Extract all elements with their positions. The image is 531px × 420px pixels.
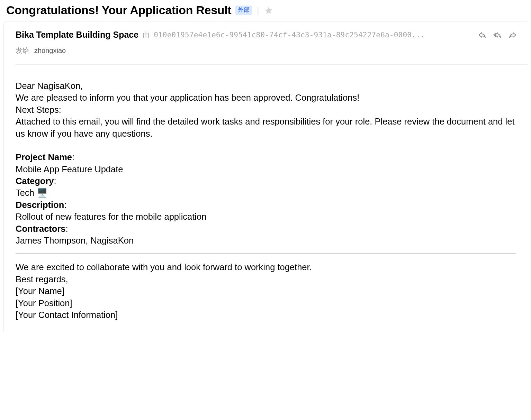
email-card: Bika Template Building Space 由 010e01957…	[3, 21, 528, 331]
external-tag: 外部	[235, 6, 252, 15]
body-divider	[16, 253, 516, 254]
signature-block: Best regards, [Your Name] [Your Position…	[16, 273, 516, 321]
sig-name: [Your Name]	[16, 285, 516, 297]
message-actions	[478, 31, 517, 39]
intro-block: We are pleased to inform you that your a…	[16, 92, 516, 139]
intro-line-2: Next Steps:	[16, 104, 516, 116]
greeting: Dear NagisaKon,	[16, 80, 516, 92]
separator: |	[256, 6, 260, 15]
closing-line: We are excited to collaborate with you a…	[16, 261, 516, 273]
contractors-value: James Thompson, NagisaKon	[16, 235, 516, 246]
sender-name: Bika Template Building Space	[16, 30, 138, 40]
recipient-label: 发给	[16, 46, 29, 55]
project-name-label: Project Name	[16, 152, 72, 162]
star-icon[interactable]	[264, 6, 273, 15]
reply-button[interactable]	[478, 31, 487, 39]
intro-line-1: We are pleased to inform you that your a…	[16, 92, 516, 103]
description-value: Rollout of new features for the mobile a…	[16, 211, 516, 222]
recipient-name: zhongxiao	[34, 47, 66, 55]
via-id: 010e01957e4e1e6c-99541c80-74cf-43c3-931a…	[154, 31, 474, 39]
intro-line-3: Attached to this email, you will find th…	[16, 116, 516, 139]
email-subject: Congratulations! Your Application Result	[6, 3, 231, 17]
forward-button[interactable]	[508, 31, 517, 39]
sender-row: Bika Template Building Space 由 010e01957…	[16, 30, 528, 40]
contractors-label: Contractors	[16, 224, 66, 234]
category-label: Category	[16, 176, 54, 186]
category-value: Tech 🖥️	[16, 187, 516, 199]
email-body: Dear NagisaKon, We are pleased to inform…	[16, 65, 528, 321]
reply-all-button[interactable]	[493, 31, 502, 39]
email-header-bar: Congratulations! Your Application Result…	[0, 0, 531, 21]
details-block: Project Name: Mobile App Feature Update …	[16, 151, 516, 246]
description-label: Description	[16, 200, 64, 210]
recipient-row: 发给 zhongxiao	[16, 46, 528, 55]
via-label: 由	[143, 30, 150, 39]
project-name-value: Mobile App Feature Update	[16, 163, 516, 175]
sig-position: [Your Position]	[16, 297, 516, 309]
signoff: Best regards,	[16, 273, 516, 285]
sig-contact: [Your Contact Information]	[16, 309, 516, 321]
